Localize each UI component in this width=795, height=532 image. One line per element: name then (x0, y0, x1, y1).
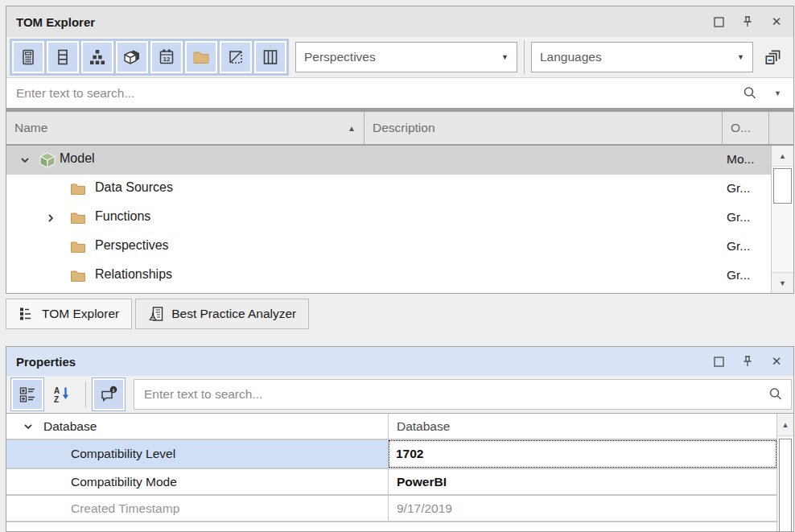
model-cube-icon (39, 151, 56, 172)
alphabetical-sort-button[interactable]: A Z (46, 378, 78, 410)
tree-scrollbar[interactable]: ▲ ▼ (771, 146, 793, 293)
property-row-compatibility-level[interactable]: Compatibility Level 1702 (6, 440, 776, 469)
tom-explorer-title: TOM Explorer (16, 15, 711, 29)
tree-row-label: Perspectives (95, 238, 169, 253)
tree-row-functions[interactable]: Functions Gr... (6, 204, 771, 233)
analyzer-flask-icon (148, 306, 164, 322)
perspectives-dropdown-value: Perspectives (304, 50, 501, 64)
tom-search-row: ▼ (6, 77, 793, 108)
tom-explorer-panel: TOM Explorer ✕ (6, 6, 794, 294)
tree-row-relationships[interactable]: Relationships Gr... (6, 262, 771, 291)
property-label: Compatibility Level (71, 447, 175, 461)
show-display-folders-button[interactable] (116, 41, 148, 73)
expand-chevron-icon[interactable] (45, 212, 56, 227)
column-header-objecttype[interactable]: O... (723, 112, 769, 144)
property-value-editor[interactable]: 1702 (389, 440, 776, 468)
column-header-blank (769, 112, 793, 144)
svg-text:i: i (113, 387, 114, 394)
scrollbar-thumb[interactable] (773, 168, 792, 204)
categorized-view-button[interactable] (11, 378, 43, 410)
languages-dropdown-value: Languages (540, 50, 737, 64)
column-header-name[interactable]: Name ▲ (6, 112, 365, 144)
collapse-chevron-icon[interactable] (19, 155, 31, 169)
folder-icon (192, 47, 211, 67)
show-descriptions-button[interactable]: i (93, 378, 125, 410)
folder-icon (69, 267, 87, 288)
languages-dropdown[interactable]: Languages ▼ (531, 42, 753, 72)
property-row-created-timestamp[interactable]: Created Timestamp 9/17/2019 (6, 496, 776, 522)
table-icon (53, 47, 72, 67)
tom-toggle-button-group: 12 (10, 39, 289, 76)
comment-info-icon: i (99, 385, 118, 404)
perspectives-dropdown[interactable]: Perspectives ▼ (295, 42, 517, 72)
scroll-down-button[interactable]: ▼ (772, 272, 793, 293)
property-value: 9/17/2019 (389, 496, 776, 521)
show-folders-button[interactable] (185, 41, 217, 73)
show-partitions-button[interactable] (220, 41, 252, 73)
tom-tree: Model Mo... Data Sources Gr... Functions… (6, 146, 793, 293)
calendar-icon: 12 (157, 47, 176, 67)
tree-row-objecttype: Mo... (727, 152, 754, 167)
tree-row-perspectives[interactable]: Perspectives Gr... (6, 233, 771, 262)
pin-icon (741, 15, 754, 28)
properties-title: Properties (16, 355, 711, 369)
tree-row-label: Model (60, 151, 95, 166)
show-hierarchies-button[interactable] (81, 41, 113, 73)
category-value: Database (389, 414, 776, 439)
categorized-icon (18, 385, 37, 404)
svg-text:Z: Z (54, 395, 59, 404)
svg-text:12: 12 (163, 56, 171, 63)
search-options-caret[interactable]: ▼ (774, 89, 781, 97)
tom-search-input[interactable] (6, 78, 793, 108)
properties-scrollbar[interactable]: ▲ (776, 414, 793, 531)
cascade-windows-icon (763, 47, 784, 68)
search-icon (742, 85, 758, 101)
chevron-down-icon: ▼ (501, 53, 509, 61)
tree-list-icon (19, 306, 35, 322)
cascade-windows-button[interactable] (756, 40, 790, 74)
folder-icon (69, 238, 87, 259)
property-row-compatibility-mode[interactable]: Compatibility Mode PowerBI (6, 469, 776, 496)
chevron-down-icon: ▼ (737, 53, 744, 61)
pin-button[interactable] (740, 14, 755, 29)
scroll-up-button[interactable]: ▲ (772, 146, 793, 167)
tree-column-headers: Name ▲ Description O... (6, 112, 793, 146)
close-button[interactable]: ✕ (769, 14, 784, 29)
tree-row-objecttype: Gr... (727, 181, 750, 196)
properties-window-buttons: ✕ (711, 354, 784, 369)
scrollbar-thumb[interactable] (779, 439, 792, 531)
tab-tom-explorer[interactable]: TOM Explorer (6, 299, 132, 329)
svg-text:A: A (54, 386, 60, 395)
pin-button[interactable] (740, 354, 755, 369)
show-tables-button[interactable] (47, 41, 79, 73)
collapse-chevron-icon[interactable] (23, 421, 34, 435)
tree-row-label: Functions (95, 209, 150, 224)
sort-ascending-icon: ▲ (348, 124, 356, 133)
properties-search-input[interactable] (134, 380, 791, 409)
scroll-up-button[interactable]: ▲ (777, 414, 793, 436)
tree-row-objecttype: Gr... (727, 210, 750, 225)
tab-best-practice-analyzer[interactable]: Best Practice Analyzer (135, 299, 309, 329)
property-category-database[interactable]: Database Database (6, 414, 776, 440)
property-label: Compatibility Mode (71, 475, 177, 489)
category-label: Database (43, 419, 97, 434)
maximize-icon (713, 356, 725, 368)
column-header-description[interactable]: Description (365, 112, 723, 144)
partition-icon (226, 47, 245, 67)
tree-row-model[interactable]: Model Mo... (6, 146, 771, 175)
tree-row-label: Data Sources (95, 180, 173, 195)
tab-label: Best Practice Analyzer (171, 307, 296, 321)
close-button[interactable]: ✕ (769, 354, 784, 369)
property-value[interactable]: PowerBI (389, 469, 776, 494)
properties-search-box (134, 379, 792, 410)
sort-az-icon: A Z (52, 385, 72, 404)
tree-row-data-sources[interactable]: Data Sources Gr... (6, 175, 771, 204)
show-columns-button[interactable] (254, 41, 286, 73)
maximize-button[interactable] (711, 14, 726, 29)
tom-explorer-titlebar: TOM Explorer ✕ (6, 6, 793, 37)
show-calendars-button[interactable]: 12 (150, 41, 183, 73)
show-measures-button[interactable] (12, 41, 44, 73)
properties-panel: Properties ✕ A Z (6, 346, 794, 532)
tree-row-objecttype: Gr... (727, 268, 750, 282)
maximize-button[interactable] (711, 354, 726, 369)
